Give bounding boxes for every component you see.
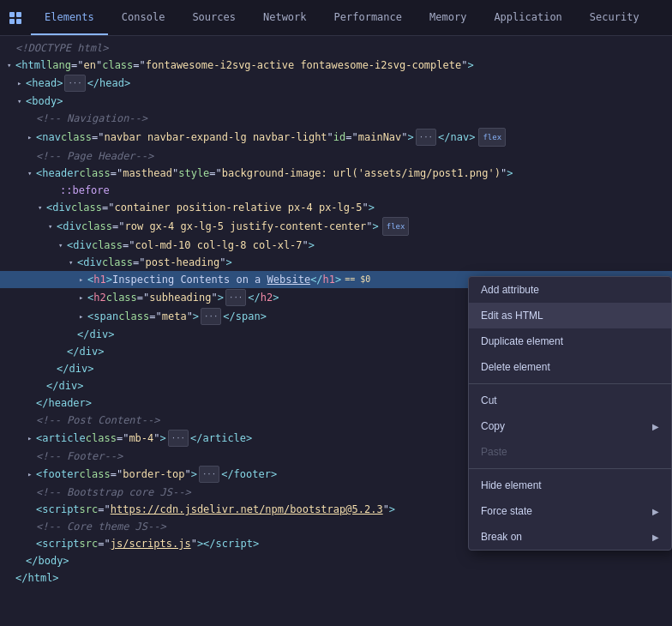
- ctx-duplicate-element[interactable]: Duplicate element: [469, 328, 671, 354]
- tab-sources[interactable]: Sources: [178, 0, 249, 35]
- svg-rect-3: [16, 19, 21, 24]
- tab-network[interactable]: Network: [249, 0, 321, 35]
- div-container-line[interactable]: <div class="container position-relative …: [0, 199, 672, 216]
- nav-line[interactable]: <nav class="navbar navbar-expand-lg navb…: [0, 127, 672, 147]
- ctx-copy[interactable]: Copy ▶: [469, 413, 671, 439]
- ctx-hide-element[interactable]: Hide element: [469, 473, 671, 498]
- context-menu: Add attribute Edit as HTML Duplicate ele…: [468, 276, 672, 551]
- close-html-line: </html>: [0, 569, 672, 587]
- nav-comment-line: <!-- Navigation-->: [0, 110, 672, 127]
- ctx-paste: Paste: [469, 439, 671, 465]
- tab-console[interactable]: Console: [108, 0, 179, 35]
- tab-performance[interactable]: Performance: [321, 0, 416, 35]
- head-line[interactable]: <head> ··· </head>: [0, 74, 672, 93]
- ctx-break-on[interactable]: Break on ▶: [469, 524, 671, 550]
- header-line[interactable]: <header class="masthead" style="backgrou…: [0, 165, 672, 182]
- elements-panel: <!DOCTYPE html> <html lang="en" class="f…: [0, 36, 672, 626]
- devtools-icon: [0, 0, 31, 35]
- header-comment-line: <!-- Page Header-->: [0, 147, 672, 165]
- ctx-delete-element[interactable]: Delete element: [469, 354, 671, 380]
- div-col-line[interactable]: <div class="col-md-10 col-lg-8 col-xl-7"…: [0, 237, 672, 254]
- div-row-line[interactable]: <div class="row gx-4 gx-lg-5 justify-con…: [0, 216, 672, 237]
- force-state-arrow-icon: ▶: [652, 507, 659, 516]
- svg-rect-0: [9, 12, 15, 17]
- div-post-heading-line[interactable]: <div class="post-heading">: [0, 254, 672, 271]
- html-line[interactable]: <html lang="en" class="fontawesome-i2svg…: [0, 57, 672, 74]
- tab-application[interactable]: Application: [480, 0, 575, 35]
- tab-bar: Elements Console Sources Network Perform…: [0, 0, 672, 36]
- doctype-line: <!DOCTYPE html>: [0, 39, 672, 57]
- ctx-add-attribute[interactable]: Add attribute: [469, 277, 671, 303]
- svg-rect-1: [16, 12, 21, 17]
- before-pseudo-line: ::before: [0, 182, 672, 199]
- svg-rect-2: [9, 19, 15, 24]
- ctx-edit-as-html[interactable]: Edit as HTML: [469, 303, 671, 328]
- ctx-cut[interactable]: Cut: [469, 388, 671, 413]
- body-open-line[interactable]: <body>: [0, 93, 672, 110]
- tab-elements[interactable]: Elements: [31, 0, 108, 35]
- close-body-line: </body>: [0, 552, 672, 569]
- ctx-separator-1: [469, 383, 671, 384]
- ctx-force-state[interactable]: Force state ▶: [469, 498, 671, 524]
- copy-arrow-icon: ▶: [652, 422, 659, 431]
- tab-memory[interactable]: Memory: [416, 0, 480, 35]
- break-on-arrow-icon: ▶: [652, 533, 659, 542]
- tab-security[interactable]: Security: [576, 0, 653, 35]
- ctx-separator-2: [469, 468, 671, 469]
